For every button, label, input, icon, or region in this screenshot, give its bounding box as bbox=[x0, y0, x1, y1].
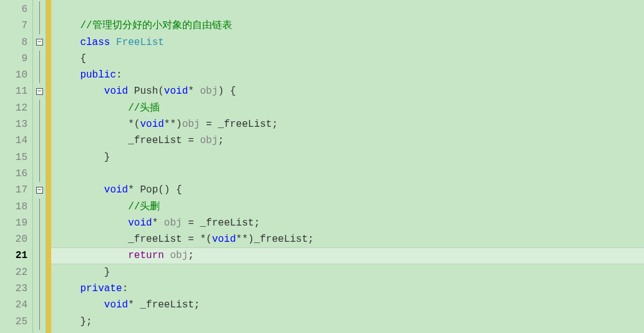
code-line[interactable]: class FreeList bbox=[51, 34, 644, 51]
line-number: 20 bbox=[0, 231, 27, 247]
line-number: 14 bbox=[0, 132, 27, 149]
code-line[interactable]: void* Pop() { bbox=[51, 182, 644, 198]
line-number: 10 bbox=[0, 67, 27, 83]
code-line[interactable] bbox=[51, 1, 644, 17]
code-line[interactable]: { bbox=[51, 51, 644, 67]
code-editor: 6 7 8 9 10 11 12 13 14 15 16 17 18 19 20… bbox=[0, 0, 644, 333]
code-line[interactable]: void* _freeList; bbox=[51, 297, 644, 313]
line-number-gutter: 6 7 8 9 10 11 12 13 14 15 16 17 18 19 20… bbox=[0, 0, 32, 333]
code-line[interactable]: //管理切分好的小对象的自由链表 bbox=[51, 17, 644, 34]
code-line[interactable] bbox=[51, 166, 644, 182]
code-line[interactable]: return obj; bbox=[51, 247, 644, 264]
line-number: 16 bbox=[0, 166, 27, 182]
fold-column: − − − bbox=[32, 0, 46, 333]
code-line[interactable]: //头插 bbox=[51, 100, 644, 116]
line-number: 6 bbox=[0, 1, 27, 17]
code-line[interactable]: _freeList = obj; bbox=[51, 132, 644, 149]
line-number: 15 bbox=[0, 149, 27, 166]
line-number: 22 bbox=[0, 264, 27, 281]
code-line[interactable]: } bbox=[51, 264, 644, 281]
line-number: 25 bbox=[0, 314, 27, 330]
fold-toggle-icon[interactable]: − bbox=[36, 39, 43, 46]
code-line[interactable]: *(void**)obj = _freeList; bbox=[51, 116, 644, 132]
code-line[interactable]: private: bbox=[51, 281, 644, 297]
code-line[interactable]: }; bbox=[51, 314, 644, 330]
line-number: 12 bbox=[0, 100, 27, 116]
line-number: 7 bbox=[0, 17, 27, 34]
code-area[interactable]: //管理切分好的小对象的自由链表 class FreeList { public… bbox=[51, 0, 644, 333]
line-number: 13 bbox=[0, 116, 27, 132]
line-number: 8 bbox=[0, 34, 27, 51]
line-number: 18 bbox=[0, 199, 27, 215]
line-number: 19 bbox=[0, 215, 27, 231]
line-number: 9 bbox=[0, 51, 27, 67]
fold-toggle-icon[interactable]: − bbox=[36, 88, 43, 95]
line-number: 17 bbox=[0, 182, 27, 198]
line-number: 21 bbox=[0, 247, 27, 264]
code-line[interactable]: void* obj = _freeList; bbox=[51, 215, 644, 231]
line-number: 23 bbox=[0, 281, 27, 297]
code-line[interactable]: void Push(void* obj) { bbox=[51, 83, 644, 99]
code-line[interactable]: } bbox=[51, 149, 644, 166]
line-number: 11 bbox=[0, 83, 27, 99]
code-line[interactable]: public: bbox=[51, 67, 644, 83]
code-line[interactable]: //头删 bbox=[51, 199, 644, 215]
line-number: 24 bbox=[0, 297, 27, 313]
change-margin bbox=[46, 0, 51, 333]
fold-toggle-icon[interactable]: − bbox=[36, 187, 43, 194]
code-line[interactable]: _freeList = *(void**)_freeList; bbox=[51, 231, 644, 247]
